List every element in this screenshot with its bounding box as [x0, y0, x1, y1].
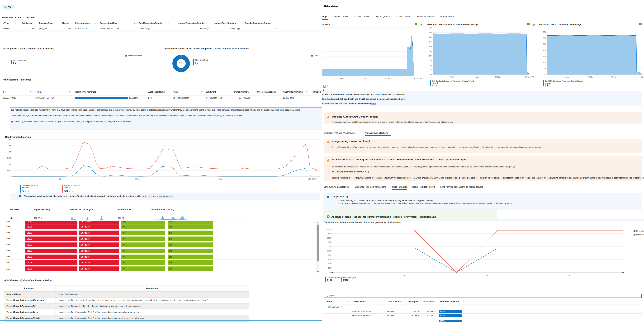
backends-col[interactable]: dType: [3, 22, 9, 24]
y-axis-label: 10%: [543, 62, 546, 64]
group-col[interactable]: TimeGenerated: [352, 300, 366, 303]
tab-emergency-av-and-wraparound[interactable]: Emergency AV and Wraparound: [324, 132, 354, 134]
bar-value: 0%: [169, 268, 172, 270]
sessions-col[interactable]: TransactionId↑↓: [234, 91, 249, 93]
metric-bar-red2: 1,072.24%: [79, 266, 119, 271]
y-axis-label: 15%: [543, 56, 546, 57]
iops-plot[interactable]: [322, 27, 414, 77]
sessions-col-sort-icon[interactable]: ↑↓: [168, 91, 169, 93]
backends-col[interactable]: UserId↑↓: [62, 22, 70, 24]
tuple-state-plot[interactable]: [332, 229, 623, 274]
tab-long-running-transactions[interactable]: Long-running transactions: [324, 186, 349, 188]
tab-checkpoint-details[interactable]: Checkpoint Details: [416, 16, 434, 18]
sessions-col-sort-icon[interactable]: ↑↓: [226, 91, 227, 93]
group-col[interactable]: LiveToDeadTupRatio: [439, 300, 459, 303]
group-row[interactable]: example (7): [322, 305, 644, 309]
group-col[interactable]: LiveTuples↑↓: [408, 300, 420, 303]
group-col[interactable]: DatabaseName↑↓: [387, 300, 403, 303]
tab-orphaned-prepared-transactions[interactable]: Orphaned Prepared transactions: [355, 186, 386, 188]
backends-col[interactable]: DatabaseId↑↓: [22, 22, 34, 24]
group-col[interactable]: DeadTuples↑↓: [424, 300, 437, 303]
sessions-col-sort-icon[interactable]: ↑↓: [306, 91, 308, 93]
row-dead-tuples: 197.919 M: [427, 314, 436, 317]
tuples-col[interactable]: Tuples Fetched (...↑↓: [34, 208, 54, 210]
legend-label: Disk Bandwidth Consumed Percentage (Prev…: [432, 80, 474, 82]
y-axis-label: 20%: [543, 49, 546, 51]
collapse-chevron-icon[interactable]: [326, 306, 327, 308]
sessions-col[interactable]: me: [3, 91, 6, 93]
row-database-name: example: [387, 314, 394, 317]
group-col-sort-icon[interactable]: ↑↓: [346, 300, 348, 302]
right-screenshot-panel: Utilization sageWorkload DetailsSession …: [322, 0, 644, 322]
tab-io-wait-events[interactable]: IO Wait Events: [396, 16, 410, 18]
sessions-cell: 2144802355: [239, 97, 250, 99]
tuples-col[interactable]: Database ↑↓: [10, 208, 22, 210]
backends-col-sort-icon[interactable]: ↑↓: [14, 22, 16, 24]
scroll-down-arrow[interactable]: [317, 272, 318, 272]
row-dead-tuples: 197.934 M: [427, 310, 436, 313]
pid-parameter-pill[interactable]: 1784: [2, 5, 15, 10]
bar-value: 0%: [122, 238, 126, 240]
tab-storage-usage[interactable]: Storage Usage: [440, 16, 454, 18]
scrollbar-thumb[interactable]: [317, 224, 318, 262]
info-icon: [327, 196, 330, 198]
group-col-sort-icon[interactable]: ↑↓: [462, 300, 464, 302]
database-group-icon: [328, 306, 331, 308]
x-axis-label: 12 Mar: [474, 76, 479, 78]
diskio-plot[interactable]: [548, 32, 642, 76]
scroll-up-arrow[interactable]: [317, 222, 318, 223]
hairline-element: [324, 304, 642, 304]
here-link[interactable]: here: [372, 102, 376, 105]
backends-col-sort-icon[interactable]: ↑↓: [133, 22, 135, 24]
tuples-col[interactable]: Tuples Returned...↑↓: [116, 208, 136, 210]
sessions-col[interactable]: WaitEvent: [206, 91, 216, 93]
sessions-col-sort-icon[interactable]: ↑↓: [143, 91, 144, 93]
vertical-scrollbar[interactable]: [316, 221, 319, 274]
backends-col[interactable]: TotalConnectionDuration: [139, 22, 163, 24]
feedback-icon[interactable]: [527, 23, 530, 26]
search-placeholder: Search: [329, 295, 335, 297]
tab-long-running-transactions-on-replica-servers[interactable]: Long running transactions on replica ser…: [440, 186, 483, 188]
history-icon[interactable]: [420, 23, 422, 26]
group-col[interactable]: Group: [326, 300, 332, 303]
backends-col-sort-icon[interactable]: ↑↓: [94, 22, 96, 24]
feedback-icon[interactable]: [415, 23, 417, 26]
sessions-col-sort-icon[interactable]: ↑↓: [201, 91, 203, 93]
tab-high-io-queries[interactable]: High IO Queries: [375, 16, 390, 18]
tab-sage[interactable]: sage: [322, 16, 327, 18]
sessions-col-sort-icon[interactable]: ↑↓: [30, 91, 32, 93]
chevron-down-icon[interactable]: [12, 6, 14, 8]
backends-col[interactable]: BackendStartTime: [100, 22, 118, 24]
sessions-col-sort-icon[interactable]: ↑↓: [69, 91, 71, 93]
tab-replication-lag[interactable]: Replication lag: [392, 186, 408, 188]
backends-col-sort-icon[interactable]: ↑↓: [168, 22, 170, 24]
backends-col[interactable]: DatabaseName↑↓: [39, 22, 56, 24]
sessions-col[interactable]: OldestTransactionId↑↓: [257, 91, 278, 93]
sessions-col[interactable]: MaxTransactionTime: [283, 91, 303, 93]
here-link[interactable]: here: [400, 98, 404, 100]
sessions-col[interactable]: Sampled: [312, 91, 321, 93]
sessions-col[interactable]: ToTime: [36, 91, 42, 93]
backends-col[interactable]: SampledDatapointsCounter↑↓: [245, 22, 273, 24]
history-icon[interactable]: [532, 23, 535, 26]
tuples-col[interactable]: Tuples Fetched (Sum) [Tim...: [68, 208, 95, 210]
tab-session-details[interactable]: Session Details: [354, 16, 369, 18]
tab-autovacuum-blockers[interactable]: Autovacuum Blockers: [365, 132, 388, 134]
bandwidth-plot[interactable]: [433, 28, 529, 76]
read-workload-plot[interactable]: [12, 140, 320, 178]
backends-col[interactable]: LongestTransactionDuration↑↓: [178, 22, 207, 24]
read-workload-title: Read workload metrics: [5, 136, 31, 138]
tab-workload-details[interactable]: Workload Details: [332, 16, 348, 18]
bar-value: 0%: [169, 238, 172, 240]
sessions-col[interactable]: State: [174, 91, 178, 93]
warning-title: Process ID 1784 is running the Transacti…: [332, 158, 467, 161]
tab-inactive-replication-slots[interactable]: Inactive Replication Slots: [411, 186, 435, 188]
tuples-col[interactable]: Tuples Returned (Sum) [Ti...: [150, 208, 177, 210]
sessions-col[interactable]: ApplicationName: [148, 91, 165, 93]
search-box[interactable]: Search: [324, 294, 642, 298]
feedback-icon[interactable]: [639, 23, 642, 26]
backends-col[interactable]: ClientIpAddress: [75, 22, 90, 24]
group-col-sort-icon[interactable]: ↑↓: [382, 300, 383, 302]
backends-col[interactable]: LongestQueryDuration↑↓: [214, 22, 238, 24]
sessions-col[interactable]: FromConnectionStart: [75, 91, 96, 93]
